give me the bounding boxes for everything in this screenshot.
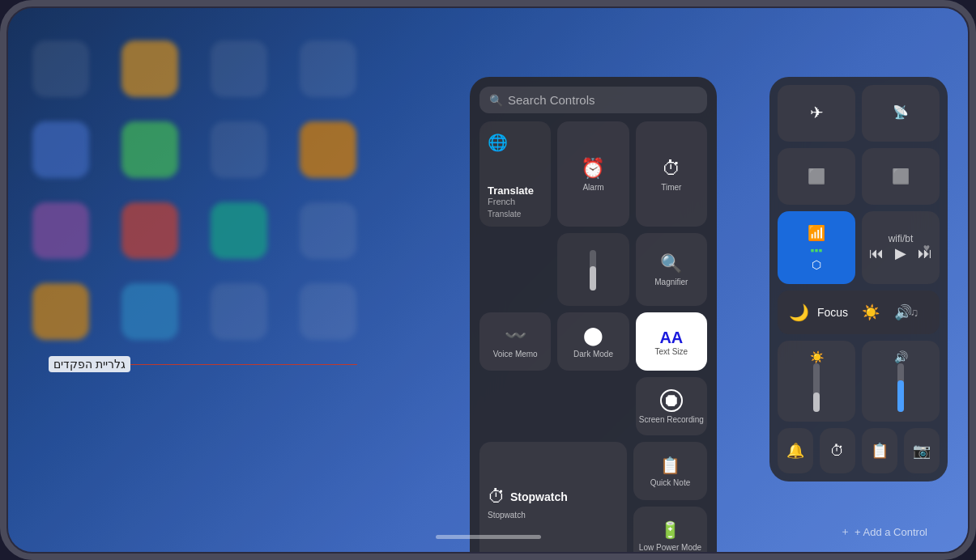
music-note-icon: ♫ — [910, 306, 919, 319]
blank-icon-2: ⬜ — [892, 168, 910, 185]
moon-icon: 🌙 — [789, 303, 809, 322]
control-center-right-panel: ✈ 📡 ⬜ ⬜ 📶 ▪▪▪ ⬡ — [769, 77, 948, 482]
voice-memo-icon: 〰️ — [505, 325, 526, 346]
dark-mode-cell[interactable]: ⬤ Dark Mode — [557, 312, 629, 371]
add-control-label: + Add a Control — [855, 526, 927, 538]
alarm-label: Alarm — [582, 183, 603, 193]
search-icon: 🔍 — [489, 94, 503, 107]
translate-sublabel: French — [488, 197, 534, 206]
magnifier-label: Magnifier — [654, 278, 688, 287]
screen-recording-cell[interactable]: ⏺ Screen Recording — [636, 377, 707, 435]
search-controls-label: Search Controls — [508, 93, 595, 107]
timer-cell[interactable]: ⏱ Timer — [636, 121, 707, 227]
screen-recording-label: Screen Recording — [639, 415, 704, 425]
screen-rec-bottom-cell[interactable]: 📋 — [862, 428, 897, 473]
not-playing-cell[interactable]: wifi/bt ⏮ ▶ ⏭ ♥ — [862, 211, 940, 284]
sun-icon: ☀️ — [862, 303, 880, 321]
wifi-bt-cell[interactable]: 📶 ▪▪▪ ⬡ — [778, 211, 855, 284]
heart-icon: ♥ — [923, 241, 930, 254]
low-power-cell[interactable]: 🔋 Low Power Mode — [633, 507, 707, 552]
translate-cell[interactable]: 🌐 Translate French Translate — [479, 121, 551, 227]
home-indicator — [436, 535, 541, 539]
bell-icon: 🔔 — [786, 442, 804, 460]
ipad-frame: 🔍 Search Controls 🌐 Translate French Tra… — [0, 0, 976, 560]
quick-note-label: Quick Note — [650, 478, 690, 488]
screen-rec-bottom-icon: 📋 — [871, 442, 889, 460]
bluetooth-icon: ⬡ — [812, 258, 821, 271]
not-playing-label: wifi/bt — [889, 233, 914, 244]
stopwatch-icon: ⏱ — [488, 486, 505, 507]
text-size-icon: AA — [659, 329, 683, 347]
stopwatch-inner-label: Stopwatch — [510, 490, 568, 503]
alarm-cell[interactable]: ⏰ Alarm — [557, 121, 629, 227]
stopwatch-label: Stopwatch — [488, 511, 526, 520]
text-size-label: Text Size — [655, 347, 688, 357]
label-line — [130, 364, 357, 365]
blank-cell-1[interactable]: ⬜ — [778, 148, 855, 205]
bell-cell[interactable]: 🔔 — [778, 428, 813, 473]
add-control-icon: ＋ — [840, 524, 850, 539]
ipad-screen: 🔍 Search Controls 🌐 Translate French Tra… — [8, 8, 968, 552]
timer-bottom-cell[interactable]: ⏱ — [820, 428, 855, 473]
focus-cell[interactable]: 🌙 Focus ☀️ 🔊 ♫ — [778, 291, 940, 334]
airdrop-icon: 📡 — [893, 104, 909, 120]
hebrew-label-text: גלריית הפקדים — [49, 356, 130, 372]
low-power-icon: 🔋 — [660, 520, 680, 540]
hebrew-label-group: גלריית הפקדים — [49, 356, 357, 372]
bottom-icon-row: 🔔 ⏱ 📋 📷 — [778, 428, 940, 473]
screen-recording-icon: ⏺ — [660, 389, 683, 412]
camera-cell[interactable]: 📷 — [904, 428, 940, 473]
prev-track-icon[interactable]: ⏮ — [869, 245, 884, 262]
focus-label: Focus — [817, 306, 848, 319]
camera-icon: 📷 — [913, 442, 931, 460]
airplane-cell[interactable]: ✈ — [778, 85, 855, 142]
airplane-icon: ✈ — [810, 103, 824, 122]
translate-bottom: Translate — [488, 210, 521, 218]
brightness-slider-cell[interactable] — [557, 233, 629, 306]
wifi-icon: 📶 — [808, 224, 825, 242]
blank-cell-2[interactable]: ⬜ — [862, 148, 940, 205]
signal-icon: ▪▪▪ — [811, 244, 823, 257]
blank-icon-1: ⬜ — [808, 168, 825, 185]
brightness-icon: ☀️ — [810, 350, 824, 363]
translate-label: Translate — [488, 185, 534, 197]
timer-label: Timer — [661, 183, 681, 193]
timer-bottom-icon: ⏱ — [830, 443, 845, 460]
control-center-left-panel: 🔍 Search Controls 🌐 Translate French Tra… — [470, 77, 717, 552]
add-control-button[interactable]: ＋ + Add a Control — [840, 524, 927, 539]
dark-mode-label: Dark Mode — [573, 350, 613, 359]
timer-icon: ⏱ — [662, 157, 681, 180]
dark-mode-icon: ⬤ — [583, 325, 603, 346]
voice-memo-cell[interactable]: 〰️ Voice Memo — [479, 312, 551, 371]
brightness-cell[interactable]: ☀️ — [778, 341, 855, 422]
volume-cell[interactable]: 🔊 — [862, 341, 940, 422]
play-icon[interactable]: ▶ — [895, 244, 906, 262]
search-controls-bar[interactable]: 🔍 Search Controls — [479, 87, 707, 113]
voice-memo-label: Voice Memo — [493, 350, 538, 359]
airdrop-cell[interactable]: 📡 — [862, 85, 940, 142]
volume-icon: 🔊 — [894, 303, 912, 321]
magnifier-icon: 🔍 — [660, 253, 682, 274]
quick-note-icon: 📋 — [660, 456, 680, 475]
text-size-cell[interactable]: AA Text Size — [636, 312, 707, 371]
low-power-label: Low Power Mode — [639, 543, 701, 552]
volume-bar-icon: 🔊 — [894, 350, 908, 363]
magnifier-cell[interactable]: 🔍 Magnifier — [636, 233, 707, 306]
quick-note-cell[interactable]: 📋 Quick Note — [633, 442, 707, 500]
alarm-icon: ⏰ — [581, 157, 605, 180]
